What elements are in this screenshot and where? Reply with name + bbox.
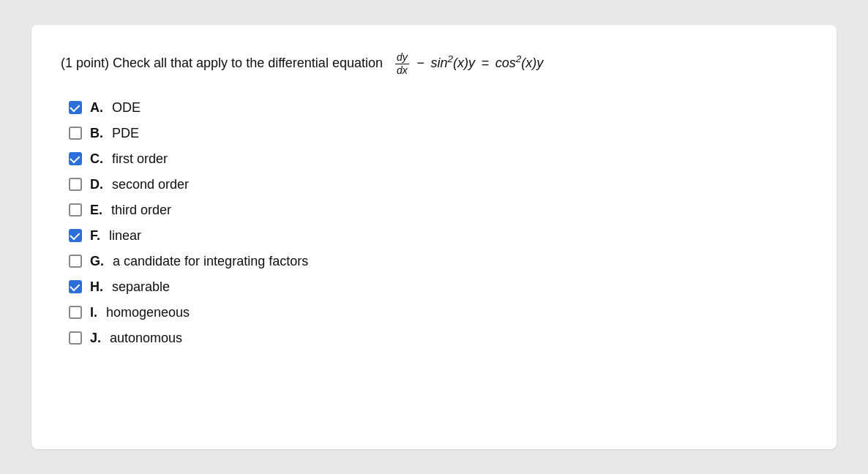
options-list: A.ODEB.PDEC.first orderD.second orderE.t… xyxy=(68,100,807,346)
option-text-h: separable xyxy=(112,279,170,295)
option-item-h[interactable]: H.separable xyxy=(68,279,807,295)
option-text-g: a candidate for integrating factors xyxy=(113,254,308,269)
option-text-e: third order xyxy=(111,203,171,218)
checkbox-e[interactable] xyxy=(68,203,83,217)
checkbox-f[interactable] xyxy=(68,228,83,243)
checkbox-unchecked-icon xyxy=(69,306,82,319)
checkbox-j[interactable] xyxy=(68,331,83,345)
checkbox-checked-icon xyxy=(69,152,82,165)
checkbox-checked-icon xyxy=(69,229,82,242)
equation: dy dx − sin2(x)y = cos2(x)y xyxy=(394,56,543,70)
option-label-a: A. xyxy=(90,100,103,116)
checkbox-h[interactable] xyxy=(68,279,83,294)
option-item-b[interactable]: B.PDE xyxy=(68,126,807,141)
option-item-a[interactable]: A.ODE xyxy=(68,100,807,116)
checkbox-unchecked-icon xyxy=(69,127,82,140)
option-label-d: D. xyxy=(90,177,103,192)
checkbox-g[interactable] xyxy=(68,254,83,268)
option-item-g[interactable]: G.a candidate for integrating factors xyxy=(68,254,807,269)
checkbox-unchecked-icon xyxy=(69,331,82,345)
checkbox-d[interactable] xyxy=(68,177,83,192)
option-item-e[interactable]: E.third order xyxy=(68,203,807,218)
option-text-c: first order xyxy=(112,151,168,167)
option-text-a: ODE xyxy=(112,100,141,116)
option-label-b: B. xyxy=(90,126,103,141)
checkbox-i[interactable] xyxy=(68,305,83,320)
checkbox-unchecked-icon xyxy=(69,203,82,217)
option-item-d[interactable]: D.second order xyxy=(68,177,807,192)
option-item-f[interactable]: F.linear xyxy=(68,228,807,244)
checkbox-checked-icon xyxy=(69,280,82,293)
option-label-j: J. xyxy=(90,331,101,346)
option-text-d: second order xyxy=(112,177,189,192)
checkbox-c[interactable] xyxy=(68,151,83,166)
option-text-f: linear xyxy=(109,228,141,244)
option-item-i[interactable]: I.homogeneous xyxy=(68,305,807,320)
checkbox-unchecked-icon xyxy=(69,255,82,268)
option-item-c[interactable]: C.first order xyxy=(68,151,807,167)
option-label-g: G. xyxy=(90,254,104,269)
checkbox-a[interactable] xyxy=(68,100,83,115)
fraction-dy-dx: dy dx xyxy=(395,51,409,77)
option-text-b: PDE xyxy=(112,126,139,141)
checkbox-checked-icon xyxy=(69,101,82,114)
checkbox-unchecked-icon xyxy=(69,178,82,191)
option-label-c: C. xyxy=(90,151,103,167)
checkbox-b[interactable] xyxy=(68,126,83,140)
option-item-j[interactable]: J.autonomous xyxy=(68,331,807,346)
option-label-f: F. xyxy=(90,228,100,244)
option-label-h: H. xyxy=(90,279,103,295)
option-label-e: E. xyxy=(90,203,102,218)
question-prefix: (1 point) Check all that apply to the di… xyxy=(61,56,383,70)
question-text: (1 point) Check all that apply to the di… xyxy=(61,51,807,77)
option-label-i: I. xyxy=(90,305,97,320)
option-text-i: homogeneous xyxy=(106,305,190,320)
question-card: (1 point) Check all that apply to the di… xyxy=(31,25,837,449)
option-text-j: autonomous xyxy=(110,331,182,346)
